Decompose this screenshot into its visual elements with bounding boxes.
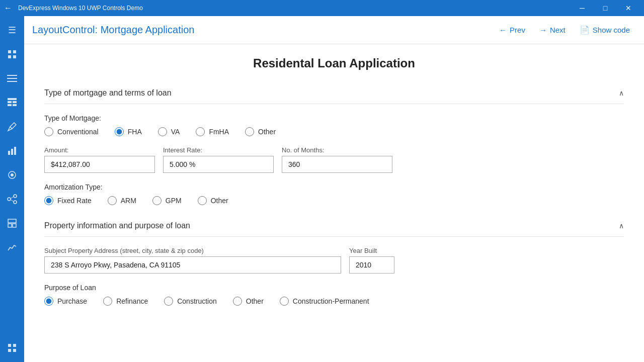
radio-gpm[interactable]: GPM: [152, 196, 182, 205]
sidebar-icon-analytics[interactable]: [0, 235, 24, 259]
radio-va[interactable]: VA: [158, 127, 180, 136]
radio-va-label: VA: [171, 128, 180, 136]
radio-refinance-input[interactable]: [103, 297, 112, 306]
mortgage-type-label: Type of Mortgage:: [44, 114, 624, 122]
radio-arm-label: ARM: [121, 197, 136, 205]
address-input[interactable]: [44, 256, 341, 274]
radio-fixed-rate-input[interactable]: [44, 196, 53, 205]
interest-input[interactable]: [163, 156, 274, 173]
radio-va-input[interactable]: [158, 127, 167, 136]
svg-rect-11: [13, 104, 17, 106]
year-built-group: Year Built: [349, 247, 394, 274]
radio-construction-permanent[interactable]: Construction-Permanent: [280, 297, 369, 306]
interest-label: Interest Rate:: [163, 146, 274, 154]
radio-arm[interactable]: ARM: [108, 196, 136, 205]
radio-fmha-input[interactable]: [196, 127, 205, 136]
radio-purchase-input[interactable]: [44, 297, 53, 306]
year-built-label: Year Built: [349, 247, 394, 254]
radio-other-purpose[interactable]: Other: [233, 297, 264, 306]
form-title: Residental Loan Application: [44, 56, 624, 70]
months-group: No. of Months:: [282, 146, 392, 173]
radio-fmha-label: FmHA: [209, 128, 229, 136]
radio-construction-input[interactable]: [164, 297, 173, 306]
mortgage-type-group: Type of Mortgage: Conventional FHA VA: [44, 114, 624, 136]
sidebar-icon-list[interactable]: [0, 66, 24, 90]
svg-rect-23: [8, 224, 12, 227]
purpose-group: Purpose of Loan Purchase Refinance Const…: [44, 284, 624, 306]
app-layout: ☰: [0, 16, 644, 362]
year-built-input[interactable]: [349, 256, 394, 274]
show-code-button[interactable]: 📄 Show code: [574, 21, 636, 39]
radio-other-purpose-label: Other: [246, 297, 264, 305]
sidebar-bottom-apps[interactable]: [0, 336, 24, 360]
close-button[interactable]: ✕: [617, 0, 640, 16]
svg-rect-5: [7, 78, 17, 79]
radio-conventional-input[interactable]: [44, 127, 53, 136]
svg-rect-9: [13, 101, 17, 103]
radio-fixed-rate[interactable]: Fixed Rate: [44, 196, 92, 205]
sidebar-icon-circle[interactable]: [0, 163, 24, 187]
next-button[interactable]: → Next: [533, 21, 572, 39]
next-icon: →: [539, 26, 547, 34]
sidebar-icon-chart[interactable]: [0, 139, 24, 163]
sidebar-icon-layout[interactable]: [0, 211, 24, 235]
amount-input[interactable]: [44, 156, 155, 173]
radio-refinance[interactable]: Refinance: [103, 297, 148, 306]
title-bar-controls: ─ □ ✕: [571, 0, 640, 16]
next-label: Next: [550, 26, 566, 34]
title-bar-back-icon[interactable]: ←: [4, 4, 12, 13]
svg-rect-27: [8, 349, 11, 352]
radio-other-mortgage-input[interactable]: [245, 127, 254, 136]
svg-rect-28: [13, 349, 16, 352]
address-group: Subject Property Address (street, city, …: [44, 247, 341, 274]
section2-header[interactable]: Property information and purpose of loan…: [44, 215, 624, 237]
svg-rect-6: [7, 81, 17, 82]
show-code-label: Show code: [593, 26, 630, 34]
radio-construction[interactable]: Construction: [164, 297, 217, 306]
radio-other-purpose-input[interactable]: [233, 297, 242, 306]
sidebar-icon-connect[interactable]: [0, 187, 24, 211]
radio-other-mortgage[interactable]: Other: [245, 127, 276, 136]
svg-point-18: [14, 195, 17, 198]
sidebar-icon-tools[interactable]: [0, 115, 24, 139]
svg-rect-4: [7, 75, 17, 76]
radio-fmha[interactable]: FmHA: [196, 127, 229, 136]
minimize-button[interactable]: ─: [571, 0, 594, 16]
radio-conventional[interactable]: Conventional: [44, 127, 99, 136]
months-input[interactable]: [282, 156, 392, 173]
purpose-label: Purpose of Loan: [44, 284, 624, 292]
title-bar: ← DevExpress Windows 10 UWP Controls Dem…: [0, 0, 644, 16]
radio-construction-permanent-label: Construction-Permanent: [293, 297, 369, 305]
radio-other-amort-input[interactable]: [198, 196, 207, 205]
sidebar-icon-menu[interactable]: ☰: [0, 18, 24, 42]
svg-line-21: [11, 200, 14, 202]
svg-rect-8: [8, 101, 12, 103]
svg-rect-22: [8, 219, 16, 223]
svg-rect-7: [8, 98, 17, 100]
interest-group: Interest Rate:: [163, 146, 274, 173]
svg-rect-0: [8, 50, 11, 53]
radio-arm-input[interactable]: [108, 196, 117, 205]
radio-other-amort[interactable]: Other: [198, 196, 228, 205]
sidebar-icon-table[interactable]: [0, 90, 24, 115]
prev-icon: ←: [499, 26, 507, 34]
prev-label: Prev: [510, 26, 525, 34]
svg-rect-10: [8, 104, 12, 106]
radio-conventional-label: Conventional: [57, 128, 99, 136]
radio-construction-label: Construction: [177, 297, 217, 305]
svg-point-19: [14, 201, 17, 204]
radio-gpm-input[interactable]: [152, 196, 162, 205]
prev-button[interactable]: ← Prev: [493, 21, 531, 39]
radio-purchase[interactable]: Purchase: [44, 297, 87, 306]
svg-line-20: [11, 197, 14, 199]
svg-rect-2: [8, 55, 11, 58]
section2-title: Property information and purpose of loan: [44, 221, 190, 230]
radio-fha-input[interactable]: [115, 127, 124, 136]
section1-header[interactable]: Type of mortgage and terms of loan ∧: [44, 82, 624, 104]
sidebar-icon-grid[interactable]: [0, 42, 24, 66]
radio-fha[interactable]: FHA: [115, 127, 142, 136]
radio-construction-permanent-input[interactable]: [280, 297, 289, 306]
purpose-radio-group: Purchase Refinance Construction Other: [44, 297, 624, 306]
radio-fixed-rate-label: Fixed Rate: [57, 197, 92, 205]
restore-button[interactable]: □: [594, 0, 617, 16]
